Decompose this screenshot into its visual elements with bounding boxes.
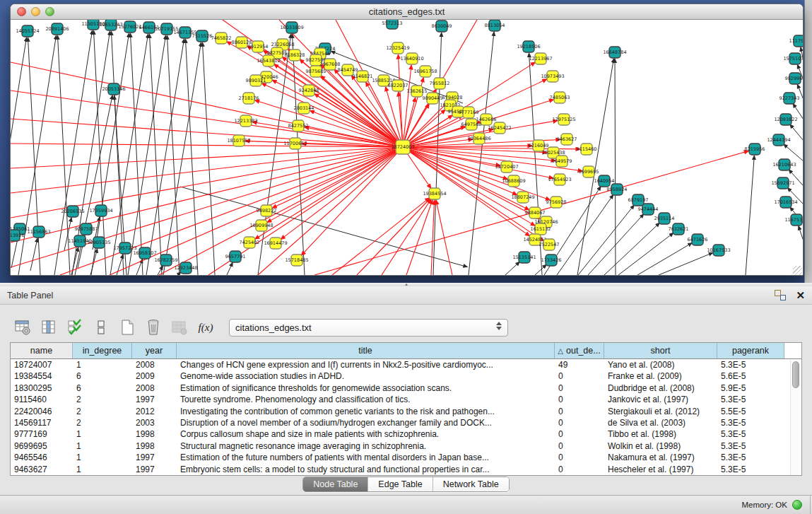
window-titlebar[interactable]: citations_edges.txt	[11, 4, 803, 20]
graph-node-label: 16033809	[280, 25, 303, 30]
table-row[interactable]: 911546021997Tourette syndrome. Phenomeno…	[11, 394, 801, 405]
tab-node-table[interactable]: Node Table	[303, 477, 368, 491]
cell-short: Jankovic et al. (1997)	[604, 394, 717, 405]
graph-node-label: 18107552	[227, 138, 250, 144]
table-row[interactable]: 1872400712008Changes of HCN gene express…	[11, 359, 801, 370]
column-header-in_degree[interactable]: in_degree	[73, 343, 132, 358]
close-panel-icon[interactable]: ✕	[796, 290, 805, 300]
graph-node-label: 11156863	[27, 229, 50, 235]
cell-out_de: 0	[555, 452, 604, 463]
network-graph[interactable]: 1872400714055724208914061130518010653247…	[11, 20, 803, 276]
dropdown-stepper-icon	[496, 322, 502, 330]
column-header-short[interactable]: short	[604, 343, 717, 358]
status-bar: Memory: OK	[0, 495, 812, 514]
close-window-icon[interactable]	[17, 7, 26, 16]
window-title: citations_edges.txt	[369, 6, 445, 17]
table-row[interactable]: 946554611997Estimation of the future num…	[11, 452, 801, 463]
cell-name: 22420046	[11, 406, 73, 417]
memory-status-label: Memory: OK	[741, 501, 787, 509]
column-header-pagerank[interactable]: pagerank	[717, 343, 784, 358]
graph-node-label: 3913911	[11, 233, 24, 238]
import-table-disabled-icon[interactable]	[171, 318, 188, 337]
cell-in_degree: 6	[73, 370, 132, 382]
cell-in_degree: 1	[73, 359, 132, 370]
graph-node-label: 17016534	[774, 199, 797, 205]
table-row[interactable]: 977716911998Corpus callosum shape and si…	[11, 428, 801, 440]
graph-node-label: 16958107	[133, 250, 156, 256]
window-resize-grip[interactable]	[793, 266, 802, 275]
vertical-scrollbar[interactable]	[790, 360, 801, 475]
cell-name: 9463627	[11, 464, 73, 475]
zoom-window-icon[interactable]	[45, 7, 54, 16]
cell-name: 9115460	[11, 394, 73, 405]
graph-node-label: 12444194	[767, 137, 790, 143]
cell-in_degree: 2	[73, 406, 132, 417]
new-table-icon[interactable]	[119, 318, 136, 337]
graph-node-label: 6879197	[628, 197, 649, 203]
table-settings-icon[interactable]	[14, 318, 31, 337]
tab-network-table[interactable]: Network Table	[433, 477, 509, 491]
cell-out_de: 0	[555, 464, 604, 475]
graph-node-label: 7425402	[240, 240, 260, 245]
graph-node-label: 1117533	[789, 38, 803, 44]
panel-splitter[interactable]: ▲	[0, 283, 812, 286]
column-header-title[interactable]: title	[177, 343, 555, 358]
network-view-window[interactable]: citations_edges.txt 18724007140557242089…	[10, 4, 804, 276]
graph-node-label: 9227343	[779, 95, 800, 101]
cell-in_degree: 2	[73, 394, 132, 405]
table-row[interactable]: 969969511998Structural magnetic resonanc…	[11, 440, 801, 452]
splitter-grip-icon[interactable]: ▲	[404, 283, 411, 286]
column-header-name[interactable]: name	[11, 343, 73, 358]
network-canvas[interactable]: 1872400714055724208914061130518010653247…	[11, 20, 803, 276]
show-columns-icon[interactable]	[40, 318, 57, 337]
table-row[interactable]: 946362711997Embryonic stem cells: a mode…	[11, 464, 801, 475]
cell-in_degree: 2	[73, 417, 132, 428]
cell-title: Corpus callosum shape and size in male p…	[177, 428, 555, 440]
cell-out_de: 0	[555, 382, 604, 394]
row-height-icon[interactable]	[93, 318, 110, 337]
graph-node-label: 10167533	[707, 247, 730, 253]
tab-edge-table[interactable]: Edge Table	[368, 477, 433, 491]
table-selector-dropdown[interactable]: citations_edges.txt	[229, 319, 508, 337]
panel-title: Table Panel	[7, 291, 53, 300]
graph-node-label: 9463627	[557, 136, 577, 142]
cell-in_degree: 1	[73, 440, 132, 452]
delete-table-icon[interactable]	[145, 318, 162, 337]
cell-name: 9777169	[11, 428, 73, 440]
graph-node-label: 17654923	[548, 177, 571, 182]
graph-node-label: 15718485	[285, 257, 308, 263]
graph-node-label: 13640910	[400, 56, 423, 62]
graph-node-label: 9146821	[353, 74, 373, 79]
graph-node-label: 8454749	[338, 67, 358, 73]
graph-node-label: 9649579	[552, 158, 572, 164]
graph-node-label: 8630049	[432, 23, 452, 29]
scrollbar-thumb[interactable]	[792, 361, 799, 388]
table-row[interactable]: 2242004622012Investigating the contribut…	[11, 406, 801, 417]
select-rows-icon[interactable]	[66, 318, 83, 337]
graph-node-label: 7955812	[430, 81, 450, 86]
graph-node-label: 7465822	[211, 35, 232, 41]
table-row[interactable]: 1938455462009Genome-wide association stu…	[11, 370, 801, 382]
float-window-icon[interactable]	[775, 290, 786, 300]
table-row[interactable]: 1830029562008Estimation of significance …	[11, 382, 801, 394]
minimize-window-icon[interactable]	[31, 7, 40, 16]
graph-node-label: 20891406	[45, 26, 69, 32]
graph-node-label: 1640954	[594, 178, 615, 184]
cell-year: 1997	[132, 394, 177, 405]
column-header-out_de[interactable]: △out_de...	[555, 343, 604, 358]
column-header-year[interactable]: year	[132, 343, 177, 358]
table-row[interactable]: 1456911722003Disruption of a novel membe…	[11, 417, 801, 428]
graph-node-label: 12213967	[529, 56, 552, 62]
cell-name: 9699695	[11, 440, 73, 452]
cell-short: Wolkin et al. (1998)	[604, 440, 717, 452]
graph-node-label: 9875685	[306, 69, 326, 74]
cell-pagerank: 5.3E-5	[717, 464, 784, 475]
cell-pagerank: 5.3E-5	[717, 452, 784, 463]
graph-node-label: 10973493	[541, 74, 564, 79]
graph-node-label: 2522547	[539, 242, 560, 247]
function-builder-icon[interactable]: f(x)	[197, 318, 214, 337]
cell-out_de: 0	[555, 417, 604, 428]
graph-node-label: 16961758	[413, 69, 437, 74]
cell-short: Franke et al. (2009)	[604, 370, 717, 382]
cell-in_degree: 1	[73, 428, 132, 440]
